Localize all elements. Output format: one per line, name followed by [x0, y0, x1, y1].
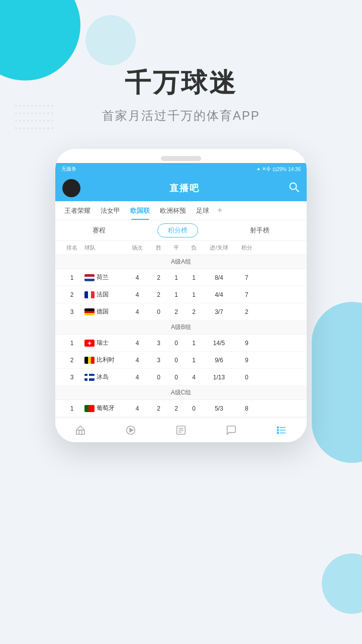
status-bar: 无服务 ✦ ✕令 ⊡29% 14:36: [55, 163, 307, 175]
flag-germany: [84, 308, 95, 315]
subtab-schedule[interactable]: 赛程: [82, 224, 116, 237]
status-no-service: 无服务: [61, 166, 76, 173]
table-row[interactable]: 1 瑞士 4 3 0 1 14/5 9: [55, 335, 307, 352]
app-header: 直播吧: [55, 175, 307, 201]
status-battery: ⊡29%: [273, 167, 287, 172]
status-time: 14:36: [288, 167, 301, 172]
svg-rect-6: [76, 430, 85, 434]
phone-notch-bar: [55, 149, 307, 163]
svg-point-18: [277, 432, 279, 434]
col-loss: 负: [185, 244, 203, 252]
svg-marker-8: [130, 428, 133, 432]
phone-mockup-wrapper: 无服务 ✦ ✕令 ⊡29% 14:36 直播吧 王者荣耀 法女甲 欧国联: [0, 149, 362, 442]
user-avatar[interactable]: [62, 179, 80, 197]
col-rank: 排名: [59, 244, 84, 252]
tab-wangzhe[interactable]: 王者荣耀: [59, 201, 96, 220]
flag-belgium: [84, 357, 95, 364]
phone-mockup: 无服务 ✦ ✕令 ⊡29% 14:36 直播吧 王者荣耀 法女甲 欧国联: [55, 149, 307, 442]
bg-decoration-circle-br: [322, 553, 362, 614]
subtab-standings[interactable]: 积分榜: [157, 223, 198, 237]
table-header: 排名 球队 场次 胜 平 负 进/失球 积分: [55, 241, 307, 255]
table-row[interactable]: 2 法国 4 2 1 1 4/4 7: [55, 286, 307, 303]
subtab-scorers[interactable]: 射手榜: [240, 224, 280, 237]
add-tab-icon[interactable]: +: [214, 205, 226, 216]
standings-table: 排名 球队 场次 胜 平 负 进/失球 积分 A级A组 1 荷兰 4 2 1 1…: [55, 241, 307, 417]
flag-iceland: [84, 374, 95, 381]
nav-chat[interactable]: [206, 418, 256, 442]
hero-section: 千万球迷 首家月活过千万的体育APP: [0, 0, 362, 139]
col-played: 场次: [125, 244, 150, 252]
search-icon[interactable]: [289, 182, 300, 195]
col-draw: 平: [167, 244, 185, 252]
flag-switzerland: [84, 340, 95, 347]
table-row[interactable]: 1 葡萄牙 4 2 2 0 5/3 8: [55, 400, 307, 417]
hero-title: 千万球迷: [0, 65, 362, 101]
nav-play[interactable]: [106, 418, 156, 442]
col-goals: 进/失球: [203, 244, 235, 252]
tab-fnjia[interactable]: 法女甲: [96, 201, 125, 220]
sub-tabs: 赛程 积分榜 射手榜: [55, 220, 307, 241]
status-bluetooth: ✦: [256, 167, 260, 172]
nav-news[interactable]: [156, 418, 206, 442]
group-header-c: A级C组: [55, 386, 307, 400]
svg-point-17: [277, 429, 279, 431]
table-row[interactable]: 1 荷兰 4 2 1 1 8/4 7: [55, 269, 307, 286]
table-row[interactable]: 3 冰岛 4 0 0 4 1/13 0: [55, 369, 307, 386]
tab-zuqiu[interactable]: 足球: [191, 201, 214, 220]
status-signal: ✕令: [262, 166, 271, 173]
app-title: 直播吧: [169, 182, 200, 194]
status-right: ✦ ✕令 ⊡29% 14:36: [256, 166, 301, 173]
table-row[interactable]: 2 比利时 4 3 0 1 9/6 9: [55, 352, 307, 369]
phone-notch: [161, 156, 201, 161]
tab-ouguo[interactable]: 欧国联: [125, 201, 155, 220]
hero-subtitle: 首家月活过千万的体育APP: [0, 108, 362, 124]
svg-point-16: [277, 427, 279, 428]
flag-france: [84, 291, 95, 298]
bottom-nav: [55, 417, 307, 442]
nav-tabs: 王者荣耀 法女甲 欧国联 欧洲杯预 足球 +: [55, 201, 307, 220]
col-team: 球队: [84, 244, 125, 252]
flag-netherlands: [84, 274, 95, 281]
col-points: 积分: [235, 244, 258, 252]
svg-line-5: [296, 189, 299, 192]
group-header-b: A级B组: [55, 320, 307, 335]
nav-home[interactable]: [55, 418, 106, 442]
table-row[interactable]: 3 德国 4 0 2 2 3/7 2: [55, 303, 307, 320]
nav-list[interactable]: [256, 418, 307, 442]
flag-portugal: [84, 405, 95, 412]
tab-ouzhoubei[interactable]: 欧洲杯预: [155, 201, 191, 220]
col-win: 胜: [150, 244, 167, 252]
group-header-a: A级A组: [55, 255, 307, 269]
